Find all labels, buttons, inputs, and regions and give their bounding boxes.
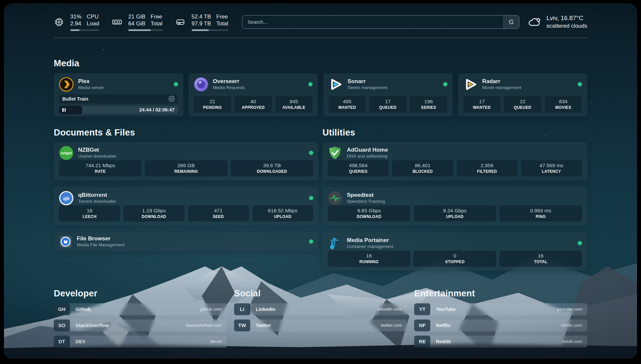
system-stats: 31%2.94 CPULoad 21 GiB64 GiB FreeTotal: [54, 13, 228, 31]
header-divider: [54, 38, 587, 38]
top-bar: 31%2.94 CPULoad 21 GiB64 GiB FreeTotal: [54, 13, 587, 31]
cpu-label: CPU: [87, 13, 99, 20]
utilities-column: Utilities AdGuard Home DNS and adblockin…: [322, 128, 587, 271]
search-bar: G: [242, 15, 519, 29]
app-card-adguard[interactable]: AdGuard Home DNS and adblocking 498,564Q…: [322, 142, 587, 180]
app-subtitle: Speedtest Tracking: [347, 199, 385, 204]
now-playing-title: Bullet Train: [62, 96, 88, 102]
sonarr-logo-icon: [328, 77, 343, 92]
bookmark-youtube[interactable]: YT YouTube youtube.com: [414, 303, 587, 315]
stat-series: 196SERIES: [410, 96, 447, 112]
status-online-dot: [309, 151, 313, 155]
cpu-load-value: 2.94: [70, 20, 81, 27]
stat-queries: 498,564QUERIES: [328, 160, 389, 176]
stat-upload: 618.52 MbpsUPLOAD: [252, 205, 313, 222]
svg-text:nzbget: nzbget: [61, 151, 72, 155]
app-card-overseerr[interactable]: Overseerr Media Requests 21PENDING 40APP…: [189, 73, 318, 116]
plex-progress-bar: 24:44 / 02:06:47: [59, 106, 178, 114]
dashboard-window: 31%2.94 CPULoad 21 GiB64 GiB FreeTotal: [4, 3, 637, 359]
memory-icon: [112, 17, 122, 27]
video-icon: [168, 96, 175, 102]
app-subtitle: Usenet downloader: [78, 154, 116, 159]
playback-time: 24:44 / 02:06:47: [139, 106, 174, 114]
app-card-radarr[interactable]: Radarr Movie management 17WANTED 22QUEUE…: [458, 73, 588, 116]
stat-queued: 22QUEUED: [504, 96, 541, 112]
status-online-dot: [443, 82, 447, 86]
plex-now-playing: Bullet Train: [59, 94, 178, 104]
bookmark-url: dev.to: [210, 339, 227, 344]
bookmark-url: netflix.com: [561, 323, 587, 328]
bookmark-netflix[interactable]: NF Netflix netflix.com: [414, 319, 587, 331]
bookmark-url: linkedin.com: [377, 307, 407, 312]
app-name: Media Portainer: [347, 237, 393, 244]
bookmark-name: YouTube: [430, 307, 456, 312]
bookmark-name: LinkedIn: [250, 307, 276, 312]
bookmark-twitter[interactable]: TW Twitter twitter.com: [234, 319, 407, 331]
app-card-portainer[interactable]: Media Portainer Container management 16R…: [322, 232, 587, 271]
app-subtitle: Container management: [347, 244, 393, 250]
bookmark-dev[interactable]: DT DEV dev.to: [54, 336, 227, 348]
svg-text:qb: qb: [63, 195, 69, 201]
cpu-usage-value: 31%: [70, 13, 81, 20]
stat-approved: 40APPROVED: [234, 96, 272, 112]
app-subtitle: DNS and adblocking: [347, 154, 388, 159]
bookmark-linkedin[interactable]: LI LinkedIn linkedin.com: [234, 303, 407, 315]
bookmark-group-entertainment: Entertainment YT YouTube youtube.com NF …: [414, 288, 587, 352]
stat-pending: 21PENDING: [194, 96, 231, 112]
bookmark-abbr: RE: [414, 336, 430, 348]
speedtest-logo-icon: [328, 191, 342, 205]
bookmark-abbr: LI: [234, 303, 250, 315]
section-title-media: Media: [54, 58, 587, 69]
section-title-documents: Documents & Files: [54, 128, 319, 138]
cpu-stat: 31%2.94 CPULoad: [54, 13, 99, 31]
bookmark-name: DEV: [70, 339, 85, 344]
app-subtitle: Media Requests: [213, 85, 245, 91]
disk-free-label: Free: [216, 13, 228, 20]
app-name: qBittorrent: [78, 192, 116, 198]
memory-progress-bar: [128, 29, 163, 31]
app-card-filebrowser[interactable]: File Browser Media File Management: [54, 232, 319, 251]
bookmark-url: github.com: [200, 307, 227, 312]
bookmark-name: Github: [70, 307, 91, 312]
stat-movies: 834MOVIES: [545, 96, 582, 112]
stat-available: 945AVAILABLE: [275, 96, 313, 112]
stat-queued: 17QUEUED: [369, 96, 407, 112]
stat-latency: 47.569 msLATENCY: [521, 160, 582, 176]
bookmark-name: StackOverflow: [70, 323, 109, 328]
stat-stopped: 0STOPPED: [413, 251, 496, 267]
search-input[interactable]: [242, 15, 503, 28]
memory-stat: 21 GiB64 GiB FreeTotal: [112, 13, 163, 31]
status-online-dot: [309, 239, 313, 244]
stat-leech: 16LEECH: [59, 205, 120, 222]
app-card-plex[interactable]: Plex Media server Bullet Train: [54, 73, 183, 116]
stat-download: 9.65 GbpsDOWNLOAD: [328, 205, 410, 222]
memory-total-value: 64 GiB: [128, 20, 145, 27]
bookmark-name: Twitter: [250, 323, 271, 328]
stat-seed: 471SEED: [188, 205, 249, 222]
status-online-dot: [309, 196, 313, 200]
search-engine-button[interactable]: G: [503, 15, 519, 28]
disk-icon: [175, 17, 186, 27]
app-subtitle: Torrent downloader: [78, 199, 116, 204]
documents-column: Documents & Files nzbget NZBGet Usenet d…: [54, 128, 319, 271]
status-online-dot: [578, 82, 582, 86]
bookmark-github[interactable]: GH Github github.com: [54, 303, 227, 315]
qbittorrent-logo-icon: qb: [59, 191, 74, 205]
section-title-entertainment: Entertainment: [414, 288, 587, 299]
disk-progress-bar: [192, 29, 228, 31]
app-name: File Browser: [77, 235, 125, 242]
bookmark-group-developer: Developer GH Github github.com SO StackO…: [54, 288, 227, 352]
app-card-speedtest[interactable]: Speedtest Speedtest Tracking 9.65 GbpsDO…: [322, 187, 587, 226]
memory-total-label: Total: [151, 20, 163, 27]
bookmark-stackoverflow[interactable]: SO StackOverflow stackoverflow.com: [54, 319, 227, 331]
overseerr-logo-icon: [194, 77, 208, 92]
app-card-sonarr[interactable]: Sonarr Series management 485WANTED 17QUE…: [323, 73, 453, 116]
app-card-nzbget[interactable]: nzbget NZBGet Usenet downloader 744.21 M…: [54, 142, 319, 180]
portainer-logo-icon: [328, 236, 342, 251]
app-subtitle: Movie management: [482, 85, 522, 91]
bookmark-reddit[interactable]: RE Reddit reddit.com: [414, 336, 587, 348]
app-card-qbittorrent[interactable]: qb qBittorrent Torrent downloader 16LEEC…: [54, 187, 319, 226]
stat-wanted: 17WANTED: [463, 96, 501, 112]
cloud-icon: [528, 16, 542, 28]
memory-free-value: 21 GiB: [128, 13, 145, 20]
